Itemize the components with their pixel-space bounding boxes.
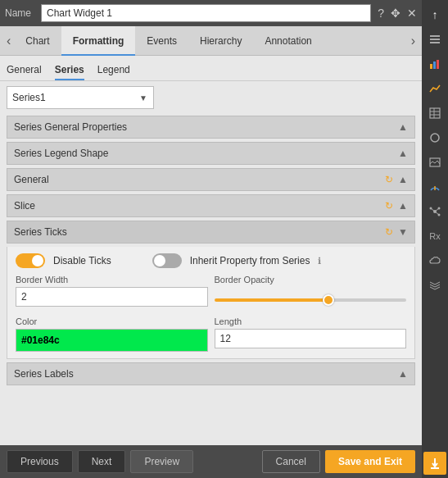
border-opacity-field: Border Opacity — [215, 275, 407, 310]
color-input[interactable]: #01e84c — [16, 329, 208, 352]
sidebar-chart-bar-icon[interactable] — [423, 52, 446, 75]
border-opacity-label: Border Opacity — [215, 275, 407, 285]
refresh-icon-4[interactable]: ↻ — [385, 226, 393, 238]
section-series-labels-icons: ▲ — [398, 368, 408, 380]
save-button[interactable]: Save and Exit — [325, 450, 415, 473]
previous-button[interactable]: Previous — [7, 450, 73, 473]
section-general-icons: ↻ ▲ — [385, 174, 408, 185]
collapse-icon-1[interactable]: ▲ — [398, 148, 408, 159]
tab-next-nav[interactable]: › — [408, 34, 419, 48]
content-area: Series1 Series2 Series General Propertie… — [0, 81, 422, 445]
svg-rect-1 — [430, 39, 440, 40]
section-general[interactable]: General ↻ ▲ — [7, 168, 415, 191]
border-width-field: Border Width — [16, 275, 208, 310]
sidebar-up-icon[interactable]: ↑ — [423, 3, 446, 26]
inherit-toggle[interactable] — [152, 253, 182, 268]
sidebar-chart-line-icon[interactable] — [423, 77, 446, 100]
svg-line-18 — [435, 208, 439, 212]
bottom-bar: Previous Next Preview Cancel Save and Ex… — [0, 445, 422, 478]
svg-rect-0 — [430, 35, 440, 37]
disable-ticks-toggle[interactable] — [16, 253, 45, 268]
section-series-labels[interactable]: Series Labels ▲ — [7, 362, 415, 385]
tab-bar: ‹ Chart Formatting Events Hierarchy Anno… — [0, 26, 422, 56]
info-icon: ℹ — [318, 256, 321, 266]
sidebar-network-icon[interactable] — [423, 200, 446, 223]
right-sidebar: ↑ Rx — [422, 0, 448, 478]
collapse-icon-4[interactable]: ▼ — [398, 226, 408, 238]
section-slice-title: Slice — [14, 200, 35, 212]
section-legend-shape[interactable]: Series Legend Shape ▲ — [7, 142, 415, 165]
length-label: Length — [215, 316, 407, 326]
refresh-icon-3[interactable]: ↻ — [385, 200, 393, 212]
sub-tab-general[interactable]: General — [7, 61, 42, 80]
collapse-icon-3[interactable]: ▲ — [398, 200, 408, 212]
inherit-label: Inherit Property from Series — [190, 255, 310, 266]
tab-hierarchy[interactable]: Hierarchy — [188, 26, 253, 56]
sidebar-rx-icon[interactable]: Rx — [423, 225, 446, 248]
refresh-icon-2[interactable]: ↻ — [385, 174, 393, 185]
color-length-row: Color #01e84c Length — [16, 316, 406, 352]
section-general-properties-title: Series General Properties — [14, 121, 127, 133]
svg-line-19 — [435, 212, 439, 215]
preview-button[interactable]: Preview — [130, 450, 193, 473]
sidebar-cloud-icon[interactable] — [423, 249, 446, 272]
cancel-button[interactable]: Cancel — [262, 450, 320, 473]
svg-rect-6 — [430, 108, 440, 118]
section-series-ticks[interactable]: Series Ticks ↻ ▼ — [7, 221, 415, 244]
section-series-ticks-icons: ↻ ▼ — [385, 226, 408, 238]
tab-formatting[interactable]: Formatting — [61, 26, 136, 56]
next-button[interactable]: Next — [78, 450, 126, 473]
series-ticks-content: Disable Ticks Inherit Property from Seri… — [7, 247, 415, 359]
length-input[interactable] — [215, 329, 407, 348]
section-general-properties-icons: ▲ — [398, 121, 408, 133]
series-select-row: Series1 Series2 — [7, 86, 415, 109]
collapse-icon-2[interactable]: ▲ — [398, 174, 408, 185]
sub-tabs: General Series Legend — [0, 56, 422, 81]
svg-rect-3 — [430, 64, 432, 69]
section-general-properties[interactable]: Series General Properties ▲ — [7, 116, 415, 139]
sidebar-gauge-icon[interactable] — [423, 175, 446, 198]
color-field: Color #01e84c — [16, 316, 208, 352]
svg-point-10 — [431, 134, 439, 142]
tab-chart[interactable]: Chart — [14, 26, 61, 56]
border-width-input[interactable] — [16, 287, 208, 307]
section-general-title: General — [14, 174, 49, 185]
header-icons: ? ✥ ✕ — [378, 7, 417, 20]
sub-tab-legend[interactable]: Legend — [97, 61, 130, 80]
series-select-wrapper[interactable]: Series1 Series2 — [7, 86, 154, 109]
length-field: Length — [215, 316, 407, 352]
color-label: Color — [16, 316, 208, 326]
sidebar-image-icon[interactable] — [423, 151, 446, 174]
sidebar-layers-icon[interactable] — [423, 274, 446, 297]
section-slice[interactable]: Slice ↻ ▲ — [7, 194, 415, 217]
series-select[interactable]: Series1 Series2 — [7, 86, 154, 109]
section-legend-shape-title: Series Legend Shape — [14, 148, 108, 159]
sub-tab-series[interactable]: Series — [55, 61, 84, 80]
collapse-icon-labels[interactable]: ▲ — [398, 368, 408, 380]
border-opacity-slider-container — [215, 290, 407, 310]
sidebar-table-icon[interactable] — [423, 102, 446, 125]
svg-rect-5 — [437, 60, 439, 69]
sidebar-list-icon[interactable] — [423, 28, 446, 51]
disable-ticks-label: Disable Ticks — [53, 255, 111, 266]
tab-prev-nav[interactable]: ‹ — [3, 26, 14, 56]
move-icon[interactable]: ✥ — [391, 7, 400, 20]
border-opacity-slider[interactable] — [215, 298, 407, 302]
svg-rect-2 — [430, 42, 440, 43]
tab-annotation[interactable]: Annotation — [253, 26, 323, 56]
section-series-labels-title: Series Labels — [14, 368, 74, 380]
toggle-row: Disable Ticks Inherit Property from Seri… — [16, 253, 406, 268]
help-icon[interactable]: ? — [378, 7, 384, 20]
widget-name-input[interactable] — [41, 4, 371, 22]
svg-line-17 — [431, 208, 435, 212]
close-icon[interactable]: ✕ — [407, 7, 417, 20]
tab-events[interactable]: Events — [135, 26, 188, 56]
section-slice-icons: ↻ ▲ — [385, 200, 408, 212]
section-series-ticks-title: Series Ticks — [14, 226, 67, 238]
sidebar-download-icon[interactable] — [423, 452, 446, 475]
header: Name ? ✥ ✕ — [0, 0, 422, 26]
sidebar-circle-icon[interactable] — [423, 126, 446, 149]
collapse-icon-0[interactable]: ▲ — [398, 121, 408, 133]
name-label: Name — [5, 7, 34, 19]
border-width-label: Border Width — [16, 275, 208, 285]
